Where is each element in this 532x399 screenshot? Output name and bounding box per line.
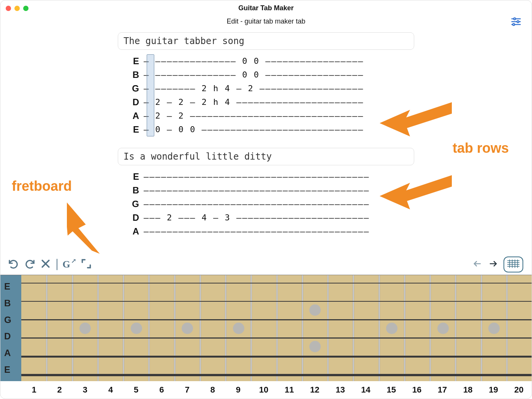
fret-wire [327, 275, 329, 381]
tab-content[interactable]: — 2 — 2 —————————————————————————————— [144, 109, 364, 123]
fret-wire [302, 275, 303, 381]
fretboard-string[interactable] [21, 319, 532, 320]
fret-number: 13 [328, 385, 353, 395]
tab-row[interactable]: B— —————————————— 0 0 ————————————————— [129, 68, 414, 82]
bottom-toolbar: G↗ [0, 255, 532, 275]
fret-number: 5 [124, 385, 149, 395]
fret-wire [276, 275, 278, 381]
fret-wire [429, 275, 431, 381]
fret-marker [182, 323, 193, 334]
string-label: E [129, 54, 140, 68]
fret-number: 6 [149, 385, 174, 395]
fret-number: 11 [277, 385, 302, 395]
lyric-input[interactable] [118, 148, 414, 165]
tab-content[interactable]: — 0 — 0 0 ———————————————————————————— [144, 123, 364, 136]
tab-section[interactable]: E———————————————————————————————————————… [118, 146, 414, 247]
tab-row[interactable]: G— ——————— 2 h 4 — 2 —————————————————— [129, 82, 414, 95]
fret-number: 10 [251, 385, 276, 395]
fretboard-grid[interactable] [21, 275, 532, 381]
tab-row[interactable]: A— 2 — 2 —————————————————————————————— [129, 109, 414, 123]
tab-block[interactable]: E———————————————————————————————————————… [129, 170, 414, 238]
fretboard-string[interactable] [21, 374, 532, 376]
tab-row[interactable]: D— 2 — 2 — 2 h 4 —————————————————————— [129, 95, 414, 109]
tab-section[interactable]: E— —————————————— 0 0 —————————————————B… [118, 30, 414, 146]
fretboard-string[interactable] [21, 301, 532, 302]
annotation-label: fretboard [12, 178, 72, 194]
tab-content[interactable]: ——————————————————————————————————————— [144, 170, 370, 184]
fret-wire [148, 275, 150, 381]
tab-row[interactable]: E— 0 — 0 0 ———————————————————————————— [129, 123, 414, 136]
tab-content[interactable]: — —————————————— 0 0 ————————————————— [144, 68, 364, 82]
tab-content[interactable]: ——————————————————————————————————————— [144, 225, 370, 238]
fretboard-string[interactable] [21, 356, 532, 358]
nut-string-label: G [0, 315, 21, 325]
tab-row[interactable]: D——— 2 ——— 4 — 3 ——————————————————————— [129, 211, 414, 225]
fret-wire [404, 275, 405, 381]
tab-row[interactable]: G——————————————————————————————————————— [129, 197, 414, 211]
fret-number: 12 [302, 385, 328, 395]
fret-wire [123, 275, 124, 381]
fret-wire [174, 275, 176, 381]
fret-number: 9 [225, 385, 251, 395]
fretboard[interactable]: EBGDAE [0, 275, 532, 381]
maximize-window-button[interactable] [23, 6, 28, 11]
nut-string-label: D [0, 331, 21, 342]
fret-wire [481, 275, 482, 381]
close-window-button[interactable] [6, 6, 11, 11]
fret-wire [200, 275, 201, 381]
lyric-input[interactable] [118, 32, 414, 50]
tab-row[interactable]: E——————————————————————————————————————— [129, 170, 414, 184]
fret-wire [250, 275, 252, 381]
string-label: D [129, 95, 140, 109]
prev-button[interactable] [472, 259, 483, 270]
fret-number: 19 [481, 385, 506, 395]
tab-content[interactable]: ——————————————————————————————————————— [144, 184, 370, 197]
fret-wire [46, 275, 48, 381]
tab-content[interactable]: — 2 — 2 — 2 h 4 —————————————————————— [144, 95, 364, 109]
sliders-icon [510, 16, 522, 27]
svg-point-1 [514, 18, 516, 20]
settings-button[interactable] [510, 16, 522, 27]
fret-marker [233, 323, 244, 334]
chord-button[interactable]: G↗ [62, 258, 71, 271]
nut-string-label: B [0, 298, 21, 309]
undo-button[interactable] [7, 257, 20, 272]
window-controls [6, 6, 28, 11]
fret-wire [353, 275, 354, 381]
tab-row[interactable]: B——————————————————————————————————————— [129, 184, 414, 197]
svg-marker-8 [380, 175, 452, 209]
tab-row[interactable]: E— —————————————— 0 0 ————————————————— [129, 54, 414, 68]
minimize-window-button[interactable] [14, 6, 20, 11]
fret-wire [506, 275, 508, 381]
tab-block[interactable]: E— —————————————— 0 0 —————————————————B… [129, 54, 414, 136]
fret-marker [309, 341, 321, 352]
tab-content[interactable]: — —————————————— 0 0 ————————————————— [144, 54, 364, 68]
page-subtitle: Edit - guitar tab maker tab [226, 17, 305, 25]
fret-wire [378, 275, 380, 381]
fret-number: 17 [430, 385, 455, 395]
fret-marker [131, 323, 142, 334]
fretboard-toggle[interactable] [504, 256, 523, 272]
fret-marker [309, 304, 321, 316]
fretboard-string[interactable] [21, 337, 532, 339]
string-label: B [129, 184, 140, 197]
tab-content[interactable]: — ——————— 2 h 4 — 2 —————————————————— [144, 82, 364, 95]
fret-marker [79, 323, 91, 334]
window-title: Guitar Tab Maker [28, 4, 504, 12]
fullscreen-button[interactable] [80, 258, 92, 271]
next-button[interactable] [488, 259, 499, 270]
delete-button[interactable] [39, 257, 52, 272]
redo-button[interactable] [23, 257, 36, 272]
fret-number: 18 [455, 385, 481, 395]
string-label: G [129, 197, 140, 211]
tab-content[interactable]: ——— 2 ——— 4 — 3 ——————————————————————— [144, 211, 370, 225]
fret-wire [97, 275, 99, 381]
fret-number: 3 [72, 385, 98, 395]
fret-number: 16 [404, 385, 429, 395]
fretboard-string[interactable] [21, 283, 532, 283]
tab-row[interactable]: A——————————————————————————————————————— [129, 225, 414, 238]
fret-number: 7 [174, 385, 200, 395]
tab-content[interactable]: ——————————————————————————————————————— [144, 197, 370, 211]
fret-number: 14 [353, 385, 378, 395]
string-label: G [129, 82, 140, 95]
